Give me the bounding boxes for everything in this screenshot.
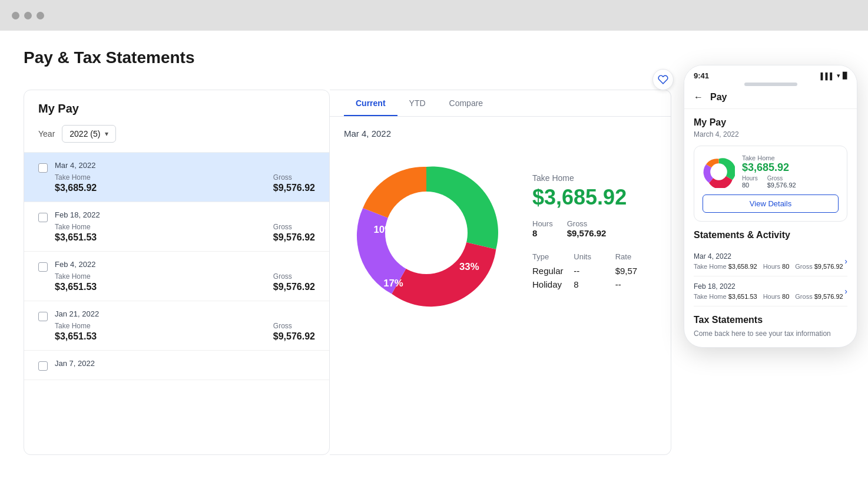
phone-pay-row: Take Home $3,685.92 Hours 80 Gross $9,57… [703, 154, 839, 189]
phone-notch [744, 83, 797, 86]
pay-item-checkbox-4[interactable] [38, 312, 48, 321]
tab-ytd[interactable]: YTD [397, 90, 438, 116]
phone-time: 9:41 [694, 71, 709, 80]
hours-stat: Hours 8 [532, 219, 553, 238]
phone-pay-info: Take Home $3,685.92 Hours 80 Gross $9,57… [742, 154, 839, 189]
browser-dot-3 [37, 12, 44, 19]
browser-dot-2 [24, 12, 32, 19]
detail-panel: Current YTD Compare Mar 4, 2022 [330, 90, 671, 455]
svg-text:10%: 10% [373, 224, 393, 235]
chart-info: Take Home $3,685.92 Hours 8 Gross $9,576… [532, 173, 657, 293]
pay-item-content-1: Mar 4, 2022 Take Home $3,685.92 Gross $9… [55, 161, 315, 193]
phone-status-bar: 9:41 ▌▌▌ ▾ ▉ [684, 65, 857, 83]
chevron-right-icon-1: › [844, 256, 847, 266]
chart-stats: Hours 8 Gross $9,576.92 [532, 219, 657, 238]
pay-list-item-4[interactable]: Jan 21, 2022 Take Home $3,651.53 Gross $… [24, 301, 329, 351]
phone-tax-title: Tax Statements [694, 315, 847, 325]
year-select[interactable]: 2022 (5) ▾ [62, 125, 116, 143]
svg-text:33%: 33% [459, 261, 479, 272]
detail-content: Mar 4, 2022 [330, 117, 671, 341]
my-pay-card: My Pay Year 2022 (5) ▾ Mar 4, 2022 Take … [24, 90, 330, 455]
pay-gross-group-4: Gross $9,576.92 [273, 322, 315, 342]
chevron-right-icon-2: › [844, 286, 847, 296]
tab-compare[interactable]: Compare [438, 90, 495, 116]
pay-take-home-group-2: Take Home $3,651.53 [55, 223, 97, 243]
phone-pay-date: March 4, 2022 [694, 130, 847, 139]
pay-take-home-group-1: Take Home $3,685.92 [55, 173, 97, 193]
donut-chart: 38% 33% 17% 10% [344, 150, 509, 315]
pay-item-content-4: Jan 21, 2022 Take Home $3,651.53 Gross $… [55, 309, 315, 342]
phone-mini-donut [703, 156, 735, 188]
pay-list-item-3[interactable]: Feb 4, 2022 Take Home $3,651.53 Gross $9… [24, 252, 329, 301]
phone-nav-bar: ← Pay [684, 88, 857, 109]
phone-tax-section: Tax Statements Come back here to see you… [694, 315, 847, 339]
pay-gross-group-2: Gross $9,576.92 [273, 223, 315, 243]
pay-item-checkbox-3[interactable] [38, 262, 48, 272]
pay-take-home-group-4: Take Home $3,651.53 [55, 322, 97, 342]
pay-item-content-5: Jan 7, 2022 [55, 359, 315, 371]
pay-item-checkbox-1[interactable] [38, 163, 48, 173]
pay-item-date-4: Jan 21, 2022 [55, 309, 315, 318]
svg-text:17%: 17% [383, 278, 403, 289]
chevron-down-icon: ▾ [105, 130, 108, 138]
favorite-button[interactable] [652, 69, 674, 90]
pay-item-amounts-3: Take Home $3,651.53 Gross $9,576.92 [55, 272, 315, 292]
my-pay-header: My Pay Year 2022 (5) ▾ [24, 90, 329, 153]
pay-take-home-group-3: Take Home $3,651.53 [55, 272, 97, 292]
phone-view-details-button[interactable]: View Details [703, 195, 839, 213]
year-label: Year [38, 129, 55, 139]
pay-list-item-1[interactable]: Mar 4, 2022 Take Home $3,685.92 Gross $9… [24, 153, 329, 202]
pay-item-checkbox-2[interactable] [38, 213, 48, 222]
pay-item-amounts-4: Take Home $3,651.53 Gross $9,576.92 [55, 322, 315, 342]
pay-gross-group-1: Gross $9,576.92 [273, 173, 315, 193]
pay-type-table: Type Units Rate Regular -- $9,57 Holiday… [532, 252, 657, 289]
phone-statements-title: Statements & Activity [694, 230, 847, 240]
take-home-label: Take Home [532, 173, 657, 183]
my-pay-card-title: My Pay [38, 102, 315, 116]
phone-statement-item-1[interactable]: Mar 4, 2022 Take Home $3,658.92 Hours 80… [694, 246, 847, 276]
pay-item-amounts-1: Take Home $3,685.92 Gross $9,576.92 [55, 173, 315, 193]
phone-mockup: 9:41 ▌▌▌ ▾ ▉ ← Pay My Pay March 4, 2022 [684, 65, 857, 348]
pay-item-content-3: Feb 4, 2022 Take Home $3,651.53 Gross $9… [55, 260, 315, 292]
pay-item-checkbox-5[interactable] [38, 361, 48, 371]
phone-pay-card: Take Home $3,685.92 Hours 80 Gross $9,57… [694, 146, 847, 222]
pay-table-row-1: Regular -- $9,57 [532, 266, 657, 276]
pay-gross-group-3: Gross $9,576.92 [273, 272, 315, 292]
phone-tax-desc: Come back here to see your tax informati… [694, 329, 847, 339]
pay-list-item-5[interactable]: Jan 7, 2022 [24, 351, 329, 380]
pay-item-date-3: Feb 4, 2022 [55, 260, 315, 269]
browser-dot-1 [12, 12, 19, 19]
pay-item-date-5: Jan 7, 2022 [55, 359, 315, 368]
phone-my-pay-title: My Pay [694, 117, 847, 128]
pay-item-date-2: Feb 18, 2022 [55, 210, 315, 219]
tab-current[interactable]: Current [344, 90, 397, 116]
phone-status-icons: ▌▌▌ ▾ ▉ [821, 72, 847, 80]
pay-table-row-2: Holiday 8 -- [532, 279, 657, 289]
signal-icon: ▌▌▌ [821, 72, 834, 80]
pay-table-header: Type Units Rate [532, 252, 657, 261]
year-selector-row: Year 2022 (5) ▾ [38, 125, 315, 143]
take-home-value: $3,685.92 [532, 185, 657, 210]
phone-back-button[interactable]: ← [694, 92, 703, 103]
detail-date: Mar 4, 2022 [344, 128, 657, 139]
phone-hours-gross: Hours 80 Gross $9,576.92 [742, 175, 839, 189]
pay-list[interactable]: Mar 4, 2022 Take Home $3,685.92 Gross $9… [24, 153, 329, 455]
main-content: Pay & Tax Statements My Pay Year 2022 (5… [0, 31, 868, 478]
pay-item-amounts-2: Take Home $3,651.53 Gross $9,576.92 [55, 223, 315, 243]
svg-point-5 [710, 163, 727, 180]
pay-item-content-2: Feb 18, 2022 Take Home $3,651.53 Gross $… [55, 210, 315, 243]
chart-area: 38% 33% 17% 10% Take Home $3,685.92 Hour… [344, 150, 657, 315]
pay-item-date-1: Mar 4, 2022 [55, 161, 315, 170]
phone-nav-title: Pay [710, 92, 727, 103]
detail-tabs: Current YTD Compare [330, 90, 671, 117]
phone-body: My Pay March 4, 2022 [684, 109, 857, 347]
phone-statement-item-2[interactable]: Feb 18, 2022 Take Home $3,651.53 Hours 8… [694, 276, 847, 306]
browser-chrome [0, 0, 868, 31]
wifi-icon: ▾ [837, 72, 840, 80]
gross-stat: Gross $9,576.92 [567, 219, 607, 238]
svg-point-0 [385, 192, 468, 274]
pay-list-item-2[interactable]: Feb 18, 2022 Take Home $3,651.53 Gross $… [24, 202, 329, 252]
battery-icon: ▉ [843, 72, 847, 80]
